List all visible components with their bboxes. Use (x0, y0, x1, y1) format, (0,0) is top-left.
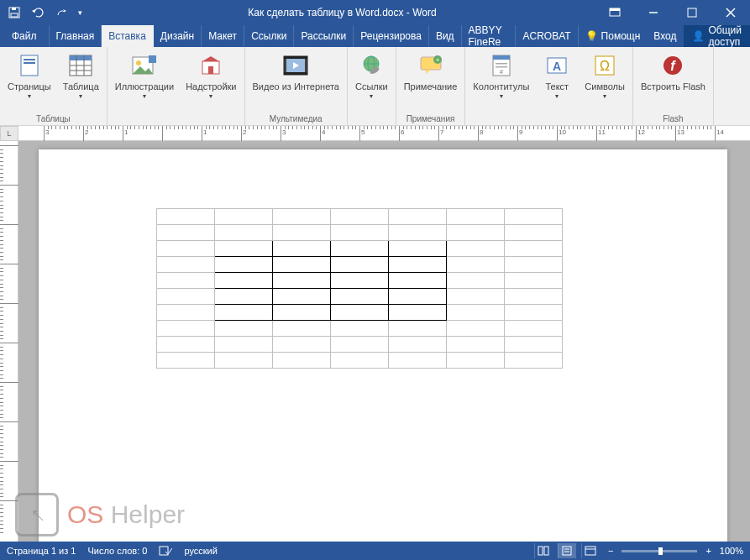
table-cell[interactable] (215, 257, 273, 273)
zoom-in-button[interactable]: + (702, 546, 714, 556)
table-cell[interactable] (157, 257, 215, 273)
document-table[interactable] (156, 208, 563, 369)
table-cell[interactable] (505, 305, 563, 321)
table-cell[interactable] (447, 209, 505, 225)
pages-button[interactable]: Страницы▾ (3, 49, 56, 103)
symbols-button[interactable]: ΩСимволы▾ (580, 49, 630, 103)
close-button[interactable] (711, 0, 750, 25)
table-cell[interactable] (389, 353, 447, 369)
spellcheck-icon[interactable] (159, 545, 172, 557)
tab-design[interactable]: Дизайн (154, 25, 202, 47)
ribbon-display-icon[interactable] (595, 0, 634, 25)
tab-references[interactable]: Ссылки (244, 25, 294, 47)
table-cell[interactable] (505, 257, 563, 273)
table-cell[interactable] (215, 305, 273, 321)
table-cell[interactable] (505, 273, 563, 289)
tab-view[interactable]: Вид (429, 25, 462, 47)
tab-home[interactable]: Главная (50, 25, 102, 47)
status-page[interactable]: Страница 1 из 1 (7, 546, 76, 556)
table-cell[interactable] (157, 273, 215, 289)
undo-button[interactable] (27, 2, 49, 24)
online-video-button[interactable]: Видео из Интернета (248, 49, 344, 95)
redo-button[interactable] (50, 2, 72, 24)
illustrations-button[interactable]: Иллюстрации▾ (110, 49, 179, 103)
table-button[interactable]: Таблица▾ (58, 49, 104, 103)
table-cell[interactable] (331, 273, 389, 289)
links-button[interactable]: Ссылки▾ (350, 49, 393, 103)
tab-file[interactable]: Файл (0, 25, 50, 47)
status-word-count[interactable]: Число слов: 0 (87, 546, 147, 556)
table-cell[interactable] (447, 225, 505, 241)
table-cell[interactable] (447, 353, 505, 369)
vertical-ruler[interactable] (0, 141, 18, 542)
table-cell[interactable] (157, 209, 215, 225)
headers-footers-button[interactable]: #Колонтитулы▾ (468, 49, 534, 103)
horizontal-ruler[interactable]: 3211234567891011121314 (18, 126, 750, 141)
table-cell[interactable] (389, 289, 447, 305)
table-cell[interactable] (447, 305, 505, 321)
tab-abbyy[interactable]: ABBYY FineRe (462, 25, 517, 47)
table-cell[interactable] (447, 241, 505, 257)
table-cell[interactable] (331, 305, 389, 321)
table-cell[interactable] (389, 241, 447, 257)
table-cell[interactable] (157, 241, 215, 257)
table-cell[interactable] (215, 225, 273, 241)
zoom-level[interactable]: 100% (720, 546, 743, 556)
table-cell[interactable] (331, 209, 389, 225)
comment-button[interactable]: +Примечание (399, 49, 463, 95)
table-cell[interactable] (273, 353, 331, 369)
table-cell[interactable] (273, 257, 331, 273)
save-button[interactable] (3, 2, 25, 24)
document-workspace[interactable] (18, 141, 750, 542)
share-button[interactable]: 👤Общий доступ (684, 25, 751, 47)
table-cell[interactable] (215, 321, 273, 337)
table-cell[interactable] (157, 353, 215, 369)
table-cell[interactable] (273, 225, 331, 241)
zoom-slider[interactable] (622, 550, 697, 552)
qa-customize-icon[interactable]: ▾ (74, 2, 86, 24)
table-cell[interactable] (273, 289, 331, 305)
table-cell[interactable] (505, 289, 563, 305)
table-cell[interactable] (215, 241, 273, 257)
print-layout-icon[interactable] (558, 543, 576, 558)
table-cell[interactable] (215, 273, 273, 289)
flash-button[interactable]: fВстроить Flash (636, 49, 711, 95)
document-page[interactable] (39, 149, 727, 542)
maximize-button[interactable] (673, 0, 711, 25)
table-cell[interactable] (389, 337, 447, 353)
table-cell[interactable] (331, 241, 389, 257)
addins-button[interactable]: Надстройки▾ (181, 49, 241, 103)
table-cell[interactable] (331, 337, 389, 353)
status-language[interactable]: русский (184, 546, 217, 556)
table-cell[interactable] (331, 289, 389, 305)
table-cell[interactable] (389, 209, 447, 225)
table-cell[interactable] (447, 273, 505, 289)
table-cell[interactable] (389, 321, 447, 337)
table-cell[interactable] (157, 289, 215, 305)
table-cell[interactable] (273, 273, 331, 289)
table-cell[interactable] (273, 241, 331, 257)
table-cell[interactable] (389, 305, 447, 321)
table-cell[interactable] (389, 257, 447, 273)
table-cell[interactable] (157, 305, 215, 321)
tab-acrobat[interactable]: ACROBAT (516, 25, 578, 47)
table-cell[interactable] (331, 225, 389, 241)
minimize-button[interactable] (634, 0, 673, 25)
tab-mailings[interactable]: Рассылки (294, 25, 354, 47)
table-cell[interactable] (505, 209, 563, 225)
tab-review[interactable]: Рецензирова (354, 25, 429, 47)
text-button[interactable]: AТекст▾ (536, 49, 578, 103)
table-cell[interactable] (157, 321, 215, 337)
table-cell[interactable] (273, 209, 331, 225)
table-cell[interactable] (273, 337, 331, 353)
table-cell[interactable] (331, 353, 389, 369)
ruler-corner[interactable]: L (0, 126, 18, 141)
table-cell[interactable] (505, 353, 563, 369)
web-layout-icon[interactable] (581, 543, 600, 558)
table-cell[interactable] (447, 257, 505, 273)
tab-layout[interactable]: Макет (202, 25, 244, 47)
table-cell[interactable] (273, 321, 331, 337)
table-cell[interactable] (331, 257, 389, 273)
table-cell[interactable] (215, 353, 273, 369)
table-cell[interactable] (273, 305, 331, 321)
